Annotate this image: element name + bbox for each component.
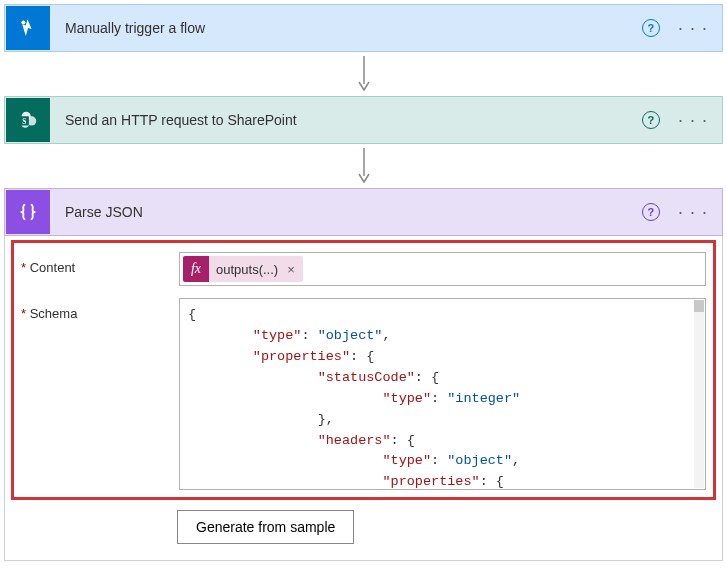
svg-text:S: S bbox=[22, 117, 26, 126]
content-label: * Content bbox=[21, 252, 179, 286]
step-sharepoint-title: Send an HTTP request to SharePoint bbox=[51, 112, 642, 128]
step-parsejson-title: Parse JSON bbox=[51, 204, 642, 220]
step-parsejson-card[interactable]: Parse JSON ? · · · bbox=[4, 188, 723, 236]
parsejson-icon bbox=[6, 190, 50, 234]
expression-token[interactable]: fx outputs(...) × bbox=[183, 256, 303, 282]
step-sharepoint-card[interactable]: S Send an HTTP request to SharePoint ? ·… bbox=[4, 96, 723, 144]
help-icon[interactable]: ? bbox=[642, 19, 660, 37]
connector-arrow bbox=[4, 144, 723, 188]
schema-textarea[interactable]: { "type": "object", "properties": { "sta… bbox=[179, 298, 706, 490]
help-icon[interactable]: ? bbox=[642, 111, 660, 129]
button-row: Generate from sample bbox=[19, 510, 708, 544]
trigger-icon bbox=[6, 6, 50, 50]
step-trigger-card[interactable]: Manually trigger a flow ? · · · bbox=[4, 4, 723, 52]
more-menu-icon[interactable]: · · · bbox=[678, 18, 708, 39]
token-text: outputs(...) bbox=[209, 262, 285, 277]
content-input[interactable]: fx outputs(...) × bbox=[179, 252, 706, 286]
connector-arrow bbox=[4, 52, 723, 96]
parsejson-body: * Content fx outputs(...) × * Schema { "… bbox=[4, 236, 723, 561]
sharepoint-icon: S bbox=[6, 98, 50, 142]
svg-point-0 bbox=[21, 20, 25, 24]
help-icon[interactable]: ? bbox=[642, 203, 660, 221]
generate-from-sample-button[interactable]: Generate from sample bbox=[177, 510, 354, 544]
more-menu-icon[interactable]: · · · bbox=[678, 110, 708, 131]
fx-icon: fx bbox=[183, 256, 209, 282]
schema-label: * Schema bbox=[21, 298, 179, 490]
schema-field-row: * Schema { "type": "object", "properties… bbox=[21, 298, 706, 490]
more-menu-icon[interactable]: · · · bbox=[678, 202, 708, 223]
flow-designer-canvas: Manually trigger a flow ? · · · S Send a… bbox=[4, 4, 723, 561]
step-trigger-title: Manually trigger a flow bbox=[51, 20, 642, 36]
token-remove-icon[interactable]: × bbox=[285, 262, 303, 277]
content-field-row: * Content fx outputs(...) × bbox=[21, 252, 706, 286]
highlighted-region: * Content fx outputs(...) × * Schema { "… bbox=[13, 242, 714, 498]
